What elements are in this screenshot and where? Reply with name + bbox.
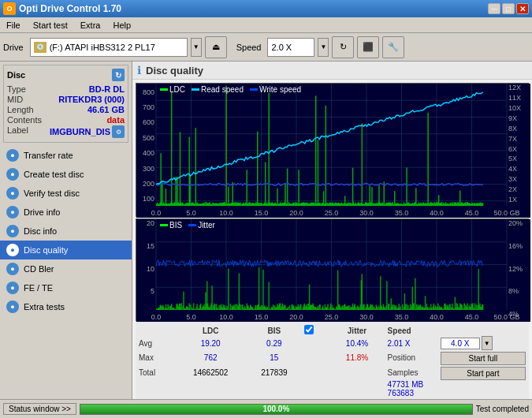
- legend-jitter: Jitter: [198, 221, 215, 230]
- close-button[interactable]: ✕: [516, 3, 529, 14]
- content-area: ℹ Disc quality LDC Read speed: [132, 62, 532, 399]
- total-bis: 217839: [244, 365, 304, 380]
- drive-select[interactable]: 💿 (F:) ATAPI iHBS312 2 PL17: [30, 38, 188, 57]
- speed-select[interactable]: 2.0 X: [267, 38, 314, 57]
- chart-bottom: BIS Jitter: [136, 218, 529, 321]
- chart-top-legend: LDC Read speed Write speed: [160, 85, 301, 94]
- settings-button[interactable]: 🔧: [382, 36, 404, 58]
- sidebar-item-disc-info[interactable]: ●Disc info: [0, 222, 132, 241]
- max-bis: 15: [244, 351, 304, 366]
- disc-label-label: Label: [7, 125, 28, 138]
- speed-dropdown-display: 4.0 X: [441, 338, 480, 349]
- sidebar-item-create-test-disc[interactable]: ●Create test disc: [0, 165, 132, 184]
- disc-label-value: IMGBURN_DIS: [50, 127, 110, 136]
- sidebar-icon-drive-info: ●: [6, 206, 19, 218]
- refresh-button[interactable]: ↻: [332, 36, 354, 58]
- speed-dropdown-arrow[interactable]: ▼: [318, 38, 329, 57]
- disc-type-value: BD-R DL: [89, 84, 125, 94]
- toolbar: Drive 💿 (F:) ATAPI iHBS312 2 PL17 ▼ ⏏ Sp…: [0, 33, 532, 62]
- sidebar-label-disc-quality: Disc quality: [24, 245, 68, 255]
- disc-length-value: 46.61 GB: [87, 105, 125, 114]
- max-jitter: 11.8%: [326, 351, 387, 366]
- disc-type-label: Type: [7, 84, 26, 94]
- progress-bar-container: 100.0%: [80, 404, 473, 415]
- sidebar-label-disc-info: Disc info: [24, 226, 57, 236]
- sidebar-icon-disc-info: ●: [6, 225, 19, 237]
- disc-label-button[interactable]: ⚙: [112, 125, 125, 138]
- window-title: Opti Drive Control 1.70: [19, 3, 121, 14]
- sidebar-label-cd-bler: CD Bler: [24, 264, 54, 274]
- disc-refresh-button[interactable]: ↻: [112, 69, 125, 81]
- stats-col-bis: BIS: [244, 325, 304, 336]
- sidebar-icon-extra-tests: ●: [6, 300, 19, 313]
- drive-eject-button[interactable]: ⏏: [205, 36, 227, 58]
- stats-col-ldc: LDC: [177, 325, 244, 336]
- drive-dropdown-arrow[interactable]: ▼: [191, 38, 202, 57]
- speed-label: Speed: [236, 43, 262, 52]
- top-chart-canvas: [136, 84, 530, 218]
- legend-ldc: LDC: [169, 85, 185, 94]
- menu-bar: File Start test Extra Help: [0, 17, 532, 33]
- max-ldc: 762: [177, 351, 244, 366]
- max-label: Max: [139, 351, 177, 366]
- sidebar-icon-verify-test-disc: ●: [6, 187, 19, 200]
- status-window-button[interactable]: Status window >>: [3, 403, 76, 415]
- disc-mid-value: RITEKDR3 (000): [58, 95, 125, 104]
- stats-table: LDC BIS Jitter Speed Avg 19.20: [139, 325, 526, 397]
- sidebar-icon-fe-te: ●: [6, 282, 19, 294]
- test-completed-label: Test completed: [476, 405, 529, 413]
- content-title-icon: ℹ: [137, 64, 141, 77]
- sidebar-item-drive-info[interactable]: ●Drive info: [0, 203, 132, 222]
- sidebar-item-transfer-rate[interactable]: ●Transfer rate: [0, 146, 132, 165]
- total-label: Total: [139, 365, 177, 380]
- menu-extra[interactable]: Extra: [77, 19, 104, 32]
- menu-help[interactable]: Help: [110, 19, 134, 32]
- menu-file[interactable]: File: [3, 19, 24, 32]
- minimize-button[interactable]: ─: [488, 3, 500, 14]
- disc-mid-label: MID: [7, 95, 23, 104]
- sidebar-item-cd-bler[interactable]: ●CD Bler: [0, 259, 132, 278]
- stats-section: LDC BIS Jitter Speed Avg 19.20: [136, 321, 529, 399]
- avg-label: Avg: [139, 336, 177, 351]
- disc-length-label: Length: [7, 105, 34, 114]
- drive-icon: 💿: [34, 42, 47, 53]
- drive-value: (F:) ATAPI iHBS312 2 PL17: [50, 43, 155, 52]
- stats-col-speed: Speed: [388, 325, 437, 336]
- sidebar-item-verify-test-disc[interactable]: ●Verify test disc: [0, 184, 132, 203]
- disc-contents-value: data: [106, 115, 125, 125]
- legend-write-speed: Write speed: [259, 85, 301, 94]
- speed-select-dropdown[interactable]: ▼: [482, 336, 493, 350]
- chart-top: LDC Read speed Write speed: [136, 83, 529, 217]
- progress-text: 100.0%: [80, 405, 472, 414]
- sidebar-icon-create-test-disc: ●: [6, 168, 19, 181]
- start-part-button[interactable]: Start part: [441, 367, 526, 380]
- status-bar: Status window >> 100.0% Test completed: [0, 399, 532, 418]
- sidebar-icon-disc-quality: ●: [6, 244, 19, 256]
- sidebar-item-extra-tests[interactable]: ●Extra tests: [0, 297, 132, 316]
- content-header: ℹ Disc quality: [132, 62, 532, 80]
- sidebar-item-disc-quality[interactable]: ●Disc quality: [0, 241, 132, 259]
- charts-container: LDC Read speed Write speed: [132, 80, 532, 399]
- sidebar-label-verify-test-disc: Verify test disc: [24, 188, 80, 198]
- start-full-button[interactable]: Start full: [441, 352, 526, 365]
- sidebar-label-extra-tests: Extra tests: [24, 302, 65, 312]
- sidebar-item-fe-te[interactable]: ●FE / TE: [0, 278, 132, 297]
- maximize-button[interactable]: □: [502, 3, 515, 14]
- chart-bottom-legend: BIS Jitter: [160, 221, 215, 230]
- stop-button[interactable]: ⬛: [357, 36, 379, 58]
- bottom-chart-canvas: [136, 219, 530, 322]
- sidebar-nav: ●Transfer rate●Create test disc●Verify t…: [0, 146, 132, 316]
- samples-label: Samples: [388, 365, 437, 380]
- legend-read-speed: Read speed: [201, 85, 244, 94]
- position-value: 47731 MB: [388, 380, 424, 389]
- title-bar: O Opti Drive Control 1.70 ─ □ ✕: [0, 0, 532, 17]
- sidebar-label-drive-info: Drive info: [24, 207, 60, 217]
- jitter-checkbox[interactable]: [304, 325, 314, 334]
- menu-start-test[interactable]: Start test: [30, 19, 71, 32]
- samples-value: 763683: [388, 389, 414, 397]
- sidebar-label-fe-te: FE / TE: [24, 283, 53, 293]
- app-icon: O: [3, 2, 16, 15]
- position-label: Position: [388, 351, 437, 366]
- sidebar-icon-transfer-rate: ●: [6, 149, 19, 162]
- total-ldc: 14662502: [177, 365, 244, 380]
